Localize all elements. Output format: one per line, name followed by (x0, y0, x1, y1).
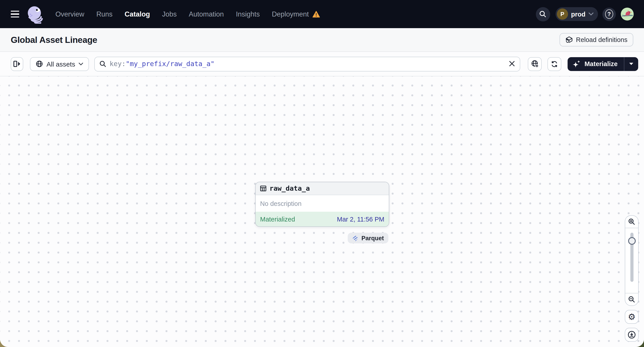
asset-scope-dropdown[interactable]: All assets (30, 57, 89, 71)
global-search-button[interactable] (536, 7, 550, 21)
globe-icon (36, 60, 43, 67)
asset-status-row: Materialized Mar 2, 11:56 PM (256, 212, 389, 226)
user-avatar[interactable] (621, 7, 634, 20)
dagster-app: Overview Runs Catalog Jobs Automation In… (0, 0, 644, 347)
warning-icon (312, 10, 320, 18)
primary-nav-links: Overview Runs Catalog Jobs Automation In… (56, 10, 320, 18)
lineage-canvas[interactable]: raw_data_a No description Materialized M… (0, 76, 644, 347)
help-button[interactable]: ? (602, 7, 616, 21)
table-icon (260, 185, 266, 192)
asset-node[interactable]: raw_data_a No description Materialized M… (255, 182, 389, 227)
menu-hamburger-button[interactable] (6, 7, 20, 21)
zoom-in-icon (628, 218, 636, 226)
globe-plus-icon (531, 60, 539, 68)
refresh-button[interactable] (548, 57, 562, 71)
zoom-slider-thumb[interactable] (628, 237, 636, 245)
materialize-split-button: Materialize (568, 57, 638, 71)
nav-item-deployment-label: Deployment (272, 10, 308, 18)
parquet-logo-icon (352, 235, 359, 241)
materialize-label: Materialize (584, 60, 618, 67)
zoom-slider[interactable] (625, 228, 638, 293)
environment-name: prod (571, 10, 586, 18)
reload-definitions-label: Reload definitions (576, 36, 628, 43)
materialize-options-button[interactable] (624, 57, 638, 71)
download-image-button[interactable] (625, 328, 639, 342)
zoom-panel (625, 215, 639, 306)
asset-name: raw_data_a (270, 184, 310, 192)
app-window: Overview Runs Catalog Jobs Automation In… (0, 0, 644, 347)
page-header: Global Asset Lineage Reload definitions (0, 28, 644, 52)
caret-down-icon (629, 62, 633, 65)
asset-node-header: raw_data_a (256, 182, 389, 195)
reload-cube-icon (565, 36, 573, 43)
nav-right-cluster: P prod ? (536, 7, 634, 21)
gear-icon: ⚙ (628, 313, 636, 321)
compute-kind-label: Parquet (361, 235, 384, 241)
refresh-icon (551, 60, 558, 68)
search-query-text: key:"my_prefix/raw_data_a" (110, 60, 214, 68)
search-icon (99, 60, 106, 67)
environment-avatar: P (557, 8, 568, 20)
materialization-timestamp[interactable]: Mar 2, 11:56 PM (337, 216, 384, 223)
search-query-prefix: key: (110, 60, 126, 68)
nav-item-runs[interactable]: Runs (96, 10, 112, 18)
graph-settings-button[interactable]: ⚙ (625, 310, 639, 324)
chevron-down-icon (588, 12, 594, 16)
zoom-out-button[interactable] (625, 293, 638, 306)
open-in-new-lineage-button[interactable] (528, 57, 542, 71)
zoom-out-icon (628, 296, 636, 303)
canvas-controls: ⚙ (625, 215, 639, 342)
download-icon (628, 331, 636, 339)
materialize-button[interactable]: Materialize (568, 57, 624, 71)
help-icon: ? (605, 9, 613, 19)
lineage-toolbar: All assets key:"my_prefix/raw_data_a" (0, 52, 644, 76)
top-navigation: Overview Runs Catalog Jobs Automation In… (0, 0, 644, 28)
nav-item-automation[interactable]: Automation (189, 10, 224, 18)
chevron-down-icon (79, 62, 83, 65)
zoom-in-button[interactable] (625, 216, 638, 228)
nav-item-deployment[interactable]: Deployment (272, 10, 320, 18)
clear-search-button[interactable] (506, 58, 517, 69)
environment-switcher[interactable]: P prod (556, 7, 598, 21)
compute-kind-tag[interactable]: Parquet (348, 233, 388, 243)
close-icon (509, 61, 515, 66)
search-query-term: "my_prefix/raw_data_a" (126, 60, 214, 68)
page-title: Global Asset Lineage (11, 35, 97, 45)
nav-item-overview[interactable]: Overview (56, 10, 84, 18)
nav-item-catalog[interactable]: Catalog (125, 10, 150, 18)
asset-search-input[interactable]: key:"my_prefix/raw_data_a" (94, 56, 520, 71)
search-icon (539, 10, 547, 18)
asset-scope-label: All assets (46, 60, 75, 68)
status-badge: Materialized (260, 216, 295, 223)
asset-node-group: raw_data_a No description Materialized M… (255, 182, 388, 243)
sparkles-icon (572, 60, 581, 68)
open-sidebar-panel-button[interactable] (11, 57, 23, 71)
nav-item-insights[interactable]: Insights (236, 10, 260, 18)
reload-definitions-button[interactable]: Reload definitions (559, 33, 633, 46)
asset-description: No description (256, 195, 389, 212)
panel-toggle-icon (14, 61, 20, 67)
dagster-logo-icon[interactable] (26, 5, 45, 23)
nav-item-jobs[interactable]: Jobs (162, 10, 177, 18)
